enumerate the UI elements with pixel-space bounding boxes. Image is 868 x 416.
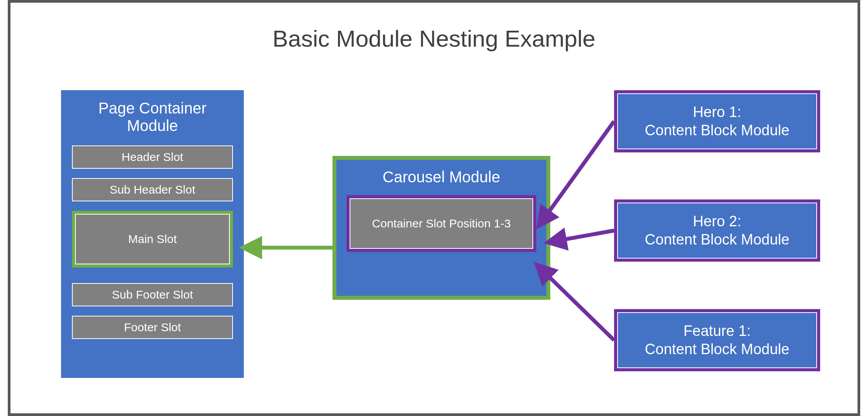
container-slot: Container Slot Position 1-3: [350, 198, 533, 249]
hero-1-line1: Hero 1:: [693, 104, 742, 120]
page-container-title: Page Container Module: [72, 100, 233, 135]
hero-2-label: Hero 2: Content Block Module: [617, 203, 817, 259]
container-slot-highlight: Container Slot Position 1-3: [346, 195, 536, 252]
main-slot: Main Slot: [75, 214, 230, 264]
diagram-title: Basic Module Nesting Example: [10, 25, 858, 52]
sub-footer-slot: Sub Footer Slot: [72, 283, 233, 306]
arrow-hero1-to-slot: [547, 121, 614, 214]
hero-1-label: Hero 1: Content Block Module: [617, 93, 817, 149]
carousel-module-highlight: Carousel Module Container Slot Position …: [332, 156, 550, 300]
carousel-title: Carousel Module: [346, 168, 536, 186]
arrow-feature1-to-slot: [547, 275, 614, 340]
hero-2-line1: Hero 2:: [693, 213, 742, 229]
diagram-frame: Basic Module Nesting Example Page Contai…: [8, 0, 860, 416]
arrow-hero2-to-slot: [562, 231, 614, 240]
hero-2-block: Hero 2: Content Block Module: [614, 199, 820, 262]
carousel-module: Carousel Module Container Slot Position …: [336, 160, 546, 296]
main-slot-highlight: Main Slot: [72, 211, 233, 267]
feature-1-line1: Feature 1:: [683, 323, 751, 339]
feature-1-label: Feature 1: Content Block Module: [617, 312, 817, 368]
feature-1-line2: Content Block Module: [645, 341, 789, 357]
footer-slot: Footer Slot: [72, 316, 233, 339]
hero-1-block: Hero 1: Content Block Module: [614, 90, 820, 152]
feature-1-block: Feature 1: Content Block Module: [614, 309, 820, 371]
hero-2-line2: Content Block Module: [645, 231, 789, 248]
page-container-module: Page Container Module Header Slot Sub He…: [61, 90, 244, 378]
hero-1-line2: Content Block Module: [645, 122, 789, 138]
header-slot: Header Slot: [72, 145, 233, 169]
sub-header-slot: Sub Header Slot: [72, 178, 233, 201]
